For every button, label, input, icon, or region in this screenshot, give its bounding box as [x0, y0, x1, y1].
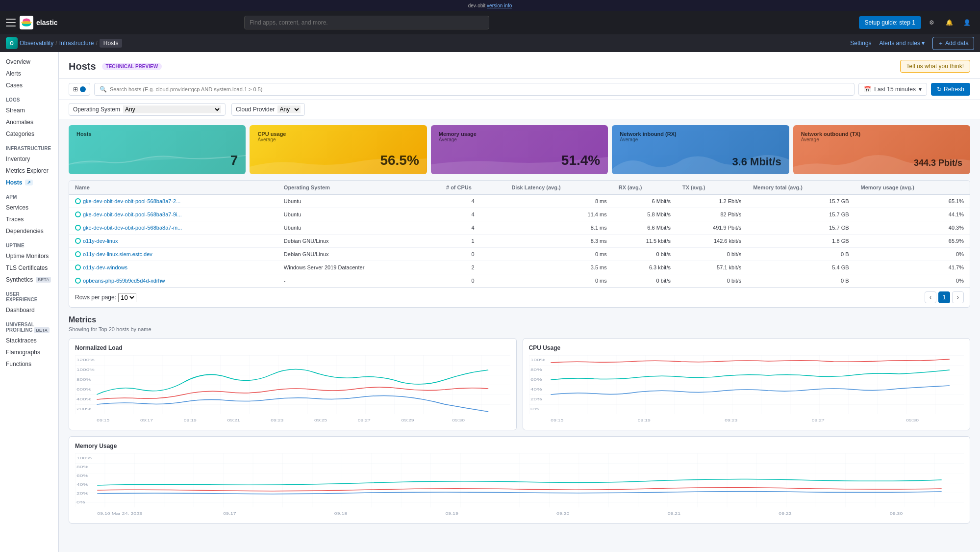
host-name-link[interactable]: o11y-dev-windows: [75, 264, 272, 270]
hosts-badge: ↗: [25, 180, 33, 185]
hamburger-menu[interactable]: [6, 19, 16, 26]
cpu-card-subtitle: Average: [257, 137, 419, 142]
pagination: ‹ 1 ›: [925, 291, 964, 303]
sidebar-item-alerts[interactable]: Alerts: [0, 68, 58, 79]
sidebar-item-stacktraces[interactable]: Stacktraces: [0, 335, 58, 346]
sidebar-item-dashboard[interactable]: Dashboard: [0, 304, 58, 316]
version-info-link[interactable]: version info: [487, 3, 512, 8]
nav-right: Setup guide: step 1 ⚙ 🔔 👤: [859, 16, 974, 29]
table-row: opbeans-php-659b9cd5d4d-xdrhw - 0 0 ms 0…: [69, 274, 970, 288]
layout: Overview Alerts Cases Logs Stream Anomal…: [0, 52, 980, 552]
cell-mem-usage: 41.7%: [855, 261, 970, 274]
page-1-button[interactable]: 1: [938, 291, 950, 303]
cpu-usage-chart: CPU Usage 100% 80% 60% 40% 20% 0%: [523, 338, 971, 430]
time-picker[interactable]: 📅 Last 15 minutes ▾: [858, 83, 927, 96]
normalized-load-area: 1200% 1000% 800% 600% 400% 200%: [75, 355, 510, 424]
cell-os: Ubuntu: [278, 221, 440, 235]
cell-mem-usage: 65.9%: [855, 235, 970, 248]
sidebar-item-hosts[interactable]: Hosts ↗: [0, 177, 58, 188]
cell-tx: 142.6 kbit/s: [677, 235, 747, 248]
svg-text:40%: 40%: [530, 387, 542, 392]
cell-name: gke-dev-obit-dev-obit-pool-568ba8a7-2...: [69, 195, 278, 208]
sidebar-item-anomalies[interactable]: Anomalies: [0, 116, 58, 128]
svg-text:09:21: 09:21: [227, 419, 240, 422]
breadcrumb-infrastructure[interactable]: Infrastructure: [59, 40, 94, 47]
sidebar-item-uptime-monitors[interactable]: Uptime Monitors: [0, 250, 58, 262]
svg-text:60%: 60%: [76, 473, 88, 478]
sidebar-item-synthetics[interactable]: Synthetics BETA: [0, 274, 58, 286]
os-filter[interactable]: Operating System Any Ubuntu Debian GNU/L…: [69, 103, 226, 116]
alerts-rules-link[interactable]: Alerts and rules ▾: [879, 40, 925, 47]
col-mem-usage: Memory usage (avg.): [855, 181, 970, 195]
os-filter-select[interactable]: Any Ubuntu Debian GNU/Linux Windows Serv…: [123, 105, 221, 113]
host-name-link[interactable]: opbeans-php-659b9cd5d4d-xdrhw: [75, 278, 272, 284]
provider-filter-select[interactable]: Any GCP AWS: [277, 105, 301, 113]
sidebar-item-dependencies[interactable]: Dependencies: [0, 225, 58, 237]
cell-tx: 0 bit/s: [677, 248, 747, 261]
sidebar-item-overview[interactable]: Overview: [0, 56, 58, 68]
calendar-icon: 📅: [864, 86, 871, 93]
cell-disk: 8.3 ms: [505, 235, 612, 248]
settings-link[interactable]: Settings: [850, 40, 871, 47]
cell-os: Debian GNU/Linux: [278, 235, 440, 248]
svg-text:09:23: 09:23: [725, 419, 737, 422]
prev-page-button[interactable]: ‹: [925, 291, 936, 303]
provider-filter[interactable]: Cloud Provider Any GCP AWS: [231, 103, 305, 116]
host-icon: [75, 238, 81, 244]
svg-text:09:17: 09:17: [140, 419, 153, 422]
host-name-link[interactable]: o11y-dev-linux: [75, 238, 272, 244]
host-name-link[interactable]: gke-dev-obit-dev-obit-pool-568ba8a7-9i..…: [75, 211, 272, 217]
host-name-link[interactable]: gke-dev-obit-dev-obit-pool-568ba8a7-m...: [75, 225, 272, 231]
user-icon[interactable]: 👤: [960, 16, 974, 29]
host-name-link[interactable]: o11y-dev-linux.siem.estc.dev: [75, 251, 272, 257]
add-data-button[interactable]: ＋ Add data: [932, 37, 974, 50]
rows-per-page-select[interactable]: 10 25 50: [118, 293, 136, 302]
filter-toggle-button[interactable]: ⊞: [69, 83, 90, 96]
sidebar-section-uptime: Uptime Uptime Monitors TLS Certificates …: [0, 239, 58, 286]
sidebar-item-categories[interactable]: Categories: [0, 128, 58, 140]
sidebar-item-cases[interactable]: Cases: [0, 79, 58, 91]
sidebar-item-stream[interactable]: Stream: [0, 105, 58, 116]
refresh-button[interactable]: ↻ Refresh: [931, 83, 970, 96]
rows-label: Rows per page:: [75, 294, 116, 301]
cell-mem-total: 15.7 GB: [747, 221, 854, 235]
cell-cpus: 4: [440, 195, 505, 208]
svg-text:09:30: 09:30: [906, 419, 919, 422]
sidebar-section-logs: Logs Stream Anomalies Categories: [0, 93, 58, 140]
setup-guide-button[interactable]: Setup guide: step 1: [859, 16, 921, 29]
host-name-link[interactable]: gke-dev-obit-dev-obit-pool-568ba8a7-2...: [75, 198, 272, 204]
refresh-icon: ↻: [937, 86, 942, 93]
settings-icon[interactable]: ⚙: [925, 16, 939, 29]
svg-text:1000%: 1000%: [76, 368, 95, 372]
svg-text:200%: 200%: [76, 407, 91, 411]
sidebar-item-tls-certificates[interactable]: TLS Certificates: [0, 262, 58, 274]
svg-text:09:20: 09:20: [556, 512, 569, 516]
cell-mem-total: 0 B: [747, 274, 854, 288]
sidebar-item-functions[interactable]: Functions: [0, 358, 58, 370]
table-header-row: Name Operating System # of CPUs Disk Lat…: [69, 181, 970, 195]
notifications-icon[interactable]: 🔔: [943, 16, 956, 29]
next-page-button[interactable]: ›: [952, 291, 964, 303]
svg-rect-19: [529, 355, 964, 414]
col-cpus: # of CPUs: [440, 181, 505, 195]
sidebar-item-flamographs[interactable]: Flamographs: [0, 346, 58, 358]
charts-grid-top: Normalized Load 1200% 1000%: [69, 338, 970, 430]
cell-tx: 1.2 Ebit/s: [677, 195, 747, 208]
sidebar-item-metrics-explorer[interactable]: Metrics Explorer: [0, 165, 58, 177]
sidebar-item-inventory[interactable]: Inventory: [0, 153, 58, 165]
svg-text:09:21: 09:21: [668, 512, 680, 516]
nav-search-input[interactable]: [244, 16, 489, 29]
sidebar-item-traces[interactable]: Traces: [0, 213, 58, 225]
search-input[interactable]: [110, 86, 849, 92]
sidebar-label-cases: Cases: [6, 82, 23, 89]
svg-text:800%: 800%: [76, 377, 91, 382]
hosts-table-element: Name Operating System # of CPUs Disk Lat…: [69, 181, 970, 287]
breadcrumb-observability[interactable]: Observability: [20, 40, 53, 47]
svg-text:0%: 0%: [76, 500, 85, 504]
memory-usage-chart: Memory Usage 100% 80% 60% 40% 20% 0%: [69, 436, 970, 524]
cell-mem-total: 15.7 GB: [747, 208, 854, 221]
tell-us-button[interactable]: Tell us what you think!: [900, 60, 970, 73]
svg-text:40%: 40%: [76, 482, 88, 487]
sidebar-item-services[interactable]: Services: [0, 202, 58, 213]
cell-cpus: 1: [440, 235, 505, 248]
